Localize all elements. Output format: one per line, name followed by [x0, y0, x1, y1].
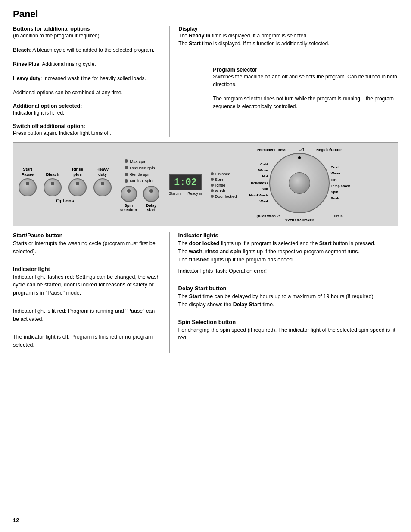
bleach-button[interactable] [44, 178, 62, 196]
dial-circle-container [269, 153, 330, 213]
start-pause-title: Start/Pause button [13, 232, 161, 239]
combine-text: Additional options can be combined at an… [13, 89, 169, 96]
spin-dot-max [125, 159, 128, 163]
rinse-label: Rinse Plus [13, 61, 39, 67]
option-buttons: StartPause Bleach Rinseplus [17, 167, 113, 196]
start-pause-button[interactable] [19, 178, 37, 196]
dial-soak-right: Soak [331, 196, 350, 202]
heavy-button[interactable] [93, 178, 112, 196]
panel-separator [244, 151, 244, 220]
selected-title: Additional option selected: [13, 103, 169, 109]
spin-option-max: Max spin [125, 158, 155, 165]
spin-option-gentle: Gentle spin [125, 171, 155, 177]
bleach-dot [51, 182, 54, 185]
indicator-door: Door locked [211, 194, 237, 199]
dial-outer[interactable] [269, 153, 330, 213]
indicator-finished: Finished [211, 171, 237, 176]
dial-left-labels: Cold Warm Hot Delicates /Silk Hand Wash … [249, 162, 268, 205]
start-ref: Start [319, 240, 331, 246]
program-selector-text2: The program selector does not turn while… [213, 95, 398, 110]
rinse-ind-label: Rinse [215, 183, 225, 187]
heavy-col: Heavyduty [92, 167, 113, 196]
program-selector-text1: Switches the machine on and off and sele… [213, 73, 398, 88]
spin-section: Max spin Reduced spin Gentle spin No fin… [120, 158, 159, 212]
spin-gentle-label: Gentle spin [130, 171, 150, 177]
indicator-light-text2: Indicator light is lit red: Program is r… [13, 307, 161, 324]
buttons-section-sub: (in addition to the program if required) [13, 32, 169, 40]
spin-ind-dot [211, 178, 214, 181]
dial-right-labels: Cold Warm Hot Temp boost Spin Soak [331, 165, 350, 202]
buttons-section-title: Buttons for additional options [13, 26, 169, 32]
spin-btn-dot [127, 189, 131, 193]
dial-hot-right: Hot [331, 177, 350, 183]
dial-xxtra-sanitary: XXTRASANITARY [285, 218, 314, 222]
finished-label: Finished [215, 171, 230, 176]
bleach-col: Bleach [42, 172, 63, 196]
delay-start-button[interactable] [143, 186, 159, 202]
start-pause-label: StartPause [22, 167, 34, 177]
spin-sel-text: For changing the spin speed (if required… [178, 326, 398, 342]
bleach-desc: Bleach: A bleach cycle will be added to … [13, 46, 169, 54]
rinse-desc: Rinse Plus: Additional rinsing cycle. [13, 60, 169, 68]
dial-permanent-press: Permanent press [257, 148, 286, 152]
switch-text: Press button again. Indicator light turn… [13, 129, 169, 137]
dial-off: Off [299, 148, 304, 152]
spin-selection-button[interactable] [121, 186, 137, 202]
heavy-label: Heavy duty [13, 75, 40, 81]
lcd-display: 1:02 [169, 174, 202, 190]
start-pause-text: Starts or interrupts the washing cycle (… [13, 240, 161, 256]
rinse-button[interactable] [68, 178, 87, 196]
rinse-ind-dot [211, 184, 214, 187]
spin-dot-gentle [125, 173, 128, 176]
indicator-spin: Spin [211, 177, 237, 182]
spin-dot-nofinal [125, 179, 128, 183]
dial-wool: Wool [249, 199, 268, 205]
dial-hot-left: Hot [249, 174, 268, 180]
delay-btn-col: Delaystart [143, 186, 159, 212]
indicator-lights-title: Indicator lights [178, 232, 398, 239]
dial-temp-boost: Temp boost [331, 183, 350, 189]
indicator-light-text3: The indicator light is off: Program is f… [13, 333, 161, 349]
ready-in-label: Ready in [187, 191, 202, 196]
start-pause-col: StartPause [17, 167, 38, 196]
spin-max-label: Max spin [130, 158, 146, 165]
ready-in-label: Ready in [189, 33, 210, 39]
heavy-btn-label: Heavyduty [97, 167, 109, 177]
delay-start-ref: Start [189, 293, 201, 299]
indicator-wash: Wash [211, 188, 237, 193]
panel-graphic: StartPause Bleach Rinseplus [13, 142, 398, 226]
delay-btn-dot [149, 189, 153, 193]
dial-regular-cotton: Regular/Cotton [316, 148, 342, 152]
spin-delay-buttons: Spinselection Delaystart [120, 186, 159, 212]
dial-section: Permanent press Off Regular/Cotton Cold … [249, 148, 350, 222]
spin-sel-title: Spin Selection button [178, 319, 398, 325]
display-title: Display [178, 26, 398, 32]
spin-btn-label: Spinselection [120, 203, 137, 212]
door-ind-label: Door locked [215, 194, 237, 199]
wash-ind-label: Wash [215, 188, 225, 193]
dial-warm-right: Warm [331, 171, 350, 177]
indicator-light-text1: Indicator light flashes red: Settings ca… [13, 273, 161, 297]
dial-with-side-labels: Cold Warm Hot Delicates /Silk Hand Wash … [249, 153, 350, 213]
delay-start-text: The Start time can be delayed by hours u… [178, 292, 398, 309]
options-label: Options [56, 198, 74, 203]
door-ind-dot [211, 195, 214, 198]
door-locked-ref: door locked [189, 240, 220, 246]
program-selector-title: Program selector [213, 67, 398, 73]
xxtra-label: XXTRA [285, 218, 297, 222]
dial-delicates: Delicates /Silk [249, 180, 268, 193]
bleach-label: Bleach [13, 47, 30, 53]
display-labels: Start in Ready in [169, 191, 202, 196]
dial-drain: Drain [334, 214, 342, 218]
rinse-dot [76, 182, 79, 185]
indicator-rinse: Rinse [211, 183, 237, 187]
spin-option-nofinal: No final spin [125, 177, 155, 184]
display-area: 1:02 Start in Ready in [169, 174, 202, 196]
bleach-text: : A bleach cycle will be added to the se… [30, 47, 154, 53]
rinse-col: Rinseplus [67, 167, 88, 196]
page-number: 12 [13, 517, 19, 523]
dial-cold-left: Cold [249, 162, 268, 168]
bottom-left-section: Start/Pause button Starts or interrupts … [13, 232, 170, 353]
dial-cold-right: Cold [331, 165, 350, 171]
indicator-light-title: Indicator light [13, 266, 161, 272]
